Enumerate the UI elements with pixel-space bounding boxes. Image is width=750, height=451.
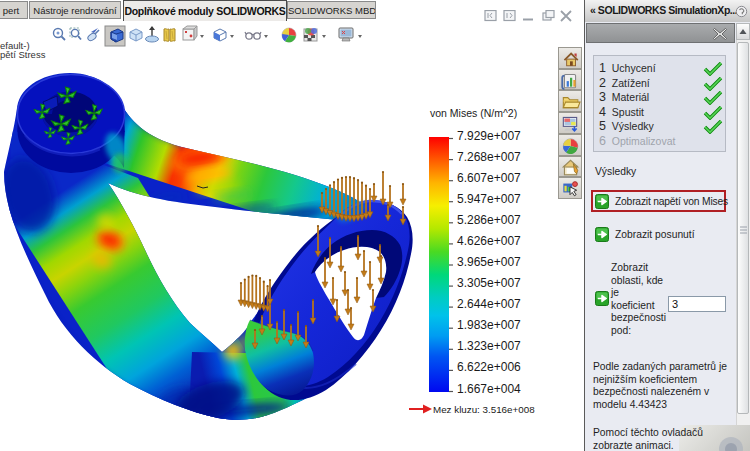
svg-text:1.983e+007: 1.983e+007 xyxy=(457,318,521,332)
svg-text:1.323e+007: 1.323e+007 xyxy=(457,339,521,353)
svg-text:6.607e+007: 6.607e+007 xyxy=(457,171,521,185)
svg-text:7.929e+007: 7.929e+007 xyxy=(457,129,521,143)
svg-text:3.965e+007: 3.965e+007 xyxy=(457,255,521,269)
svg-text:4.626e+007: 4.626e+007 xyxy=(457,234,521,248)
svg-text:5.286e+007: 5.286e+007 xyxy=(457,213,521,227)
svg-text:von Mises (N/m^2): von Mises (N/m^2) xyxy=(430,107,517,119)
svg-text:7.268e+007: 7.268e+007 xyxy=(457,150,521,164)
svg-text:1.667e+004: 1.667e+004 xyxy=(457,382,521,396)
svg-text:5.947e+007: 5.947e+007 xyxy=(457,192,521,206)
svg-text:3.305e+007: 3.305e+007 xyxy=(457,276,521,290)
svg-text:6.622e+006: 6.622e+006 xyxy=(457,360,521,374)
svg-text:2.644e+007: 2.644e+007 xyxy=(457,297,521,311)
svg-text:Mez kluzu: 3.516e+008: Mez kluzu: 3.516e+008 xyxy=(433,404,535,415)
